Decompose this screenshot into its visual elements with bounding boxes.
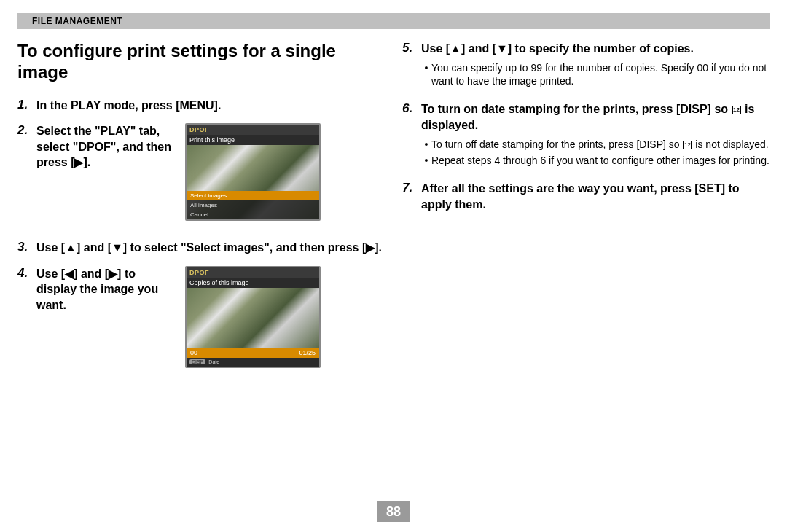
scr2-copies-bar: 00 01/25 xyxy=(187,348,319,358)
scr1-image: Select images All images Cancel xyxy=(187,145,319,219)
steps-left: 1. In the PLAY mode, press [MENU]. 2. Se… xyxy=(17,98,385,378)
step-4: 4. Use [◀] and [▶] to display the image … xyxy=(17,266,385,368)
scr1-menu: Select images All images Cancel xyxy=(187,191,319,219)
step-number: 2. xyxy=(17,123,36,221)
steps-right: 5. Use [▲] and [▼] to specify the number… xyxy=(402,41,770,223)
step-5-bullet: You can specify up to 99 for the number … xyxy=(421,61,770,89)
camera-screenshot-1: DPOF Print this image Select images All … xyxy=(185,123,321,221)
scr1-menu-selected: Select images xyxy=(187,191,319,200)
left-column: To configure print settings for a single… xyxy=(17,41,385,493)
step-number: 3. xyxy=(17,240,36,256)
right-column: 5. Use [▲] and [▼] to specify the number… xyxy=(402,41,770,493)
section-header-bar: FILE MANAGEMENT xyxy=(17,13,770,29)
step-2-text: Select the "PLAY" tab, select "DPOF", an… xyxy=(36,123,175,221)
step-number: 6. xyxy=(402,101,421,171)
scr2-date-txt: Date xyxy=(208,359,219,364)
footer-rule-left xyxy=(17,512,375,512)
section-header-text: FILE MANAGEMENT xyxy=(32,16,122,26)
page-footer: 88 xyxy=(17,498,770,525)
step-7-text: After all the settings are the way you w… xyxy=(421,181,770,212)
scr1-title: DPOF xyxy=(187,125,319,135)
footer-rule-right xyxy=(412,512,770,512)
scr2-subtitle: Copies of this image xyxy=(187,278,319,288)
step-number: 1. xyxy=(17,98,36,114)
step-number: 7. xyxy=(402,181,421,212)
scr1-subtitle: Print this image xyxy=(187,135,319,145)
step-number: 4. xyxy=(17,266,36,368)
step-6-bullet-1: To turn off date stamping for the prints… xyxy=(421,138,770,152)
step-4-text: Use [◀] and [▶] to display the image you… xyxy=(36,266,175,368)
step-number: 5. xyxy=(402,41,421,91)
scr2-disp-tag: DISP xyxy=(189,359,205,364)
datestamp-off-icon: 12 xyxy=(683,141,692,149)
step-6: 6. To turn on date stamping for the prin… xyxy=(402,101,770,171)
step-2: 2. Select the "PLAY" tab, select "DPOF",… xyxy=(17,123,385,221)
step-5-text: Use [▲] and [▼] to specify the number of… xyxy=(421,41,770,57)
step-1-text: In the PLAY mode, press [MENU]. xyxy=(36,98,385,114)
page-title: To configure print settings for a single… xyxy=(17,41,385,83)
page-number: 88 xyxy=(377,501,410,522)
scr2-title: DPOF xyxy=(187,267,319,278)
scr2-image xyxy=(187,288,319,348)
manual-page: FILE MANAGEMENT To configure print setti… xyxy=(0,0,787,532)
scr2-frame: 01/25 xyxy=(299,349,316,356)
camera-screenshot-2: DPOF Copies of this image 00 01/25 DISP … xyxy=(185,266,321,368)
scr1-menu-item: Cancel xyxy=(187,210,319,219)
content-columns: To configure print settings for a single… xyxy=(17,29,770,493)
selection-dot-icon xyxy=(311,194,316,198)
step-3: 3. Use [▲] and [▼] to select "Select ima… xyxy=(17,240,385,256)
scr2-bottom-bar: DISP Date xyxy=(187,358,319,367)
scr1-menu-item: All images xyxy=(187,200,319,210)
scr2-copies: 00 xyxy=(190,349,197,356)
step-7: 7. After all the settings are the way yo… xyxy=(402,181,770,212)
step-5: 5. Use [▲] and [▼] to specify the number… xyxy=(402,41,770,91)
datestamp-on-icon: 12 xyxy=(732,106,741,114)
step-1: 1. In the PLAY mode, press [MENU]. xyxy=(17,98,385,114)
step-3-text: Use [▲] and [▼] to select "Select images… xyxy=(36,240,385,256)
step-6-bullet-2: Repeat steps 4 through 6 if you want to … xyxy=(421,154,770,168)
step-6-text: To turn on date stamping for the prints,… xyxy=(421,101,770,133)
